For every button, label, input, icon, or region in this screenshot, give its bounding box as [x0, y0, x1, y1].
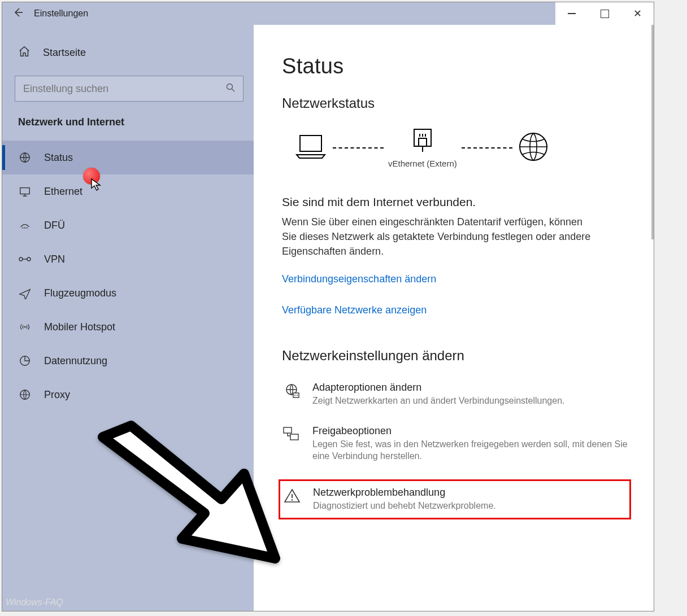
- svg-rect-11: [300, 136, 321, 151]
- sidebar-home[interactable]: Startseite: [2, 36, 254, 69]
- vpn-icon: [18, 252, 32, 266]
- hotspot-icon: [18, 320, 32, 334]
- internet-globe-icon: [517, 130, 550, 163]
- window-minimize-button[interactable]: [555, 2, 588, 25]
- home-icon: [18, 45, 31, 60]
- sidebar-item-data-usage[interactable]: Datennutzung: [2, 344, 254, 378]
- airplane-icon: [18, 286, 32, 300]
- svg-point-8: [24, 326, 26, 328]
- cursor-icon: [90, 178, 103, 191]
- sidebar-item-label: Proxy: [44, 389, 70, 401]
- connection-status-title: Sie sind mit dem Internet verbunden.: [282, 195, 631, 209]
- window-maximize-button[interactable]: [588, 2, 621, 25]
- svg-rect-13: [419, 138, 427, 146]
- section-network-status: Netzwerkstatus: [282, 95, 631, 111]
- sidebar-item-label: Ethernet: [44, 186, 82, 198]
- monitor-icon: [18, 185, 32, 198]
- laptop-icon: [293, 132, 328, 161]
- svg-point-5: [27, 227, 28, 228]
- dialup-icon: [18, 219, 32, 232]
- page-heading: Status: [282, 54, 631, 78]
- option-description: Legen Sie fest, was in den Netzwerken fr…: [312, 438, 629, 462]
- back-button[interactable]: [2, 7, 34, 21]
- sidebar-item-label: DFÜ: [44, 220, 65, 231]
- sidebar-item-label: VPN: [44, 254, 65, 265]
- svg-point-19: [292, 499, 293, 500]
- option-title: Adapteroptionen ändern: [312, 382, 565, 394]
- svg-rect-2: [20, 188, 30, 194]
- sidebar-item-label: Datennutzung: [44, 355, 107, 367]
- ethernet-port-icon: [411, 127, 434, 153]
- link-change-connection-props[interactable]: Verbindungseigenschaften ändern: [282, 273, 631, 285]
- globe-wire-icon: [18, 151, 32, 164]
- watermark: Windows-FAQ: [6, 597, 63, 608]
- window-title: Einstellungen: [34, 8, 88, 19]
- option-title: Freigabeoptionen: [312, 425, 629, 437]
- svg-point-0: [227, 84, 233, 90]
- main-content: Status Netzwerkstatus vEthernet (Extern)…: [254, 25, 654, 611]
- search-box[interactable]: [15, 76, 244, 102]
- sidebar-item-label: Flugzeugmodus: [44, 287, 116, 299]
- section-change-network-settings: Netzwerkeinstellungen ändern: [282, 348, 631, 364]
- scrollbar-thumb[interactable]: [651, 25, 654, 239]
- svg-rect-18: [290, 434, 298, 440]
- svg-point-4: [24, 227, 25, 228]
- sidebar-item-ethernet[interactable]: Ethernet: [2, 174, 254, 208]
- search-icon: [226, 83, 235, 94]
- sidebar-item-airplane[interactable]: Flugzeugmodus: [2, 276, 254, 310]
- option-title: Netzwerkproblembehandlung: [313, 487, 496, 499]
- sidebar-item-proxy[interactable]: Proxy: [2, 378, 254, 412]
- data-usage-icon: [18, 354, 32, 368]
- link-show-available-networks[interactable]: Verfügbare Netzwerke anzeigen: [282, 304, 631, 316]
- sidebar-item-status[interactable]: Status: [2, 141, 254, 174]
- sidebar-item-hotspot[interactable]: Mobiler Hotspot: [2, 310, 254, 344]
- adapter-icon: [282, 383, 301, 402]
- sidebar-section-title: Netzwerk und Internet: [2, 114, 254, 141]
- globe-icon: [18, 388, 32, 401]
- connection-status-description: Wenn Sie über einen eingeschränkten Date…: [282, 215, 598, 259]
- sidebar-item-label: Status: [44, 152, 73, 164]
- title-bar: Einstellungen ✕: [2, 2, 654, 25]
- sidebar-item-dialup[interactable]: DFÜ: [2, 208, 254, 242]
- diagram-connection-label: vEthernet (Extern): [388, 159, 457, 168]
- window-close-button[interactable]: ✕: [621, 2, 654, 25]
- sidebar-home-label: Startseite: [43, 47, 86, 59]
- annotation-arrow: [80, 420, 289, 578]
- svg-point-7: [27, 257, 31, 261]
- option-troubleshoot[interactable]: Netzwerkproblembehandlung Diagnostiziert…: [279, 479, 631, 519]
- svg-point-6: [19, 257, 23, 261]
- svg-point-3: [22, 227, 23, 228]
- option-description: Zeigt Netzwerkkarten an und ändert Verbi…: [312, 395, 565, 407]
- option-adapter[interactable]: Adapteroptionen ändern Zeigt Netzwerkkar…: [282, 381, 631, 408]
- sidebar-item-label: Mobiler Hotspot: [44, 321, 115, 333]
- option-sharing[interactable]: Freigabeoptionen Legen Sie fest, was in …: [282, 424, 631, 464]
- option-description: Diagnostiziert und behebt Netzwerkproble…: [313, 500, 496, 512]
- arrow-left-icon: [12, 7, 24, 18]
- search-input[interactable]: [23, 83, 226, 95]
- svg-rect-16: [293, 393, 299, 397]
- network-diagram: vEthernet (Extern): [293, 127, 631, 168]
- sidebar-item-vpn[interactable]: VPN: [2, 242, 254, 276]
